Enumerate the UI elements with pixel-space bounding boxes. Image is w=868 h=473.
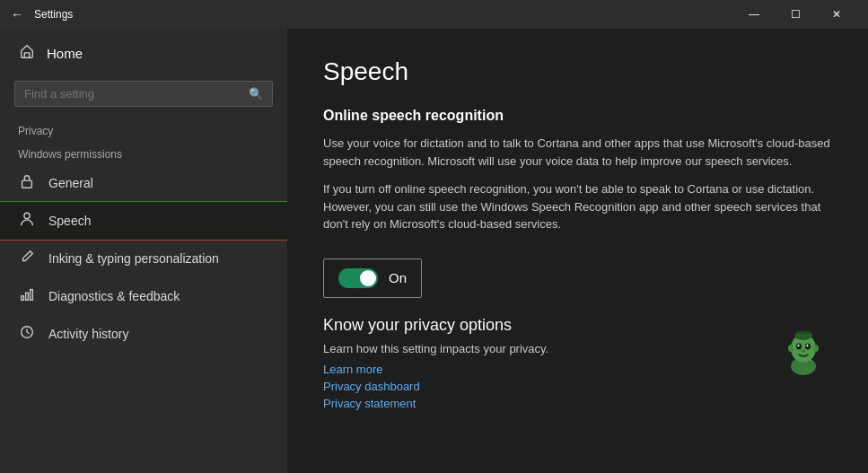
svg-point-14	[802, 349, 805, 352]
sidebar-item-home[interactable]: Home	[0, 29, 287, 77]
speech-label: Speech	[48, 214, 91, 228]
person-icon	[18, 211, 36, 231]
privacy-statement-link[interactable]: Privacy statement	[323, 397, 548, 410]
chart-icon	[18, 286, 36, 306]
sidebar-item-inking[interactable]: Inking & typing personalization	[0, 240, 287, 277]
minimize-button[interactable]: —	[733, 0, 775, 29]
diagnostics-label: Diagnostics & feedback	[48, 289, 180, 303]
speech-desc-1: Use your voice for dictation and to talk…	[323, 135, 832, 170]
speech-desc-2: If you turn off online speech recognitio…	[323, 180, 832, 233]
window-controls: — ☐ ✕	[733, 0, 857, 29]
learn-more-link[interactable]: Learn more	[323, 363, 548, 376]
privacy-links: Learn more Privacy dashboard Privacy sta…	[323, 363, 548, 414]
online-speech-title: Online speech recognition	[323, 108, 832, 124]
toggle-label: On	[389, 270, 407, 285]
svg-point-15	[788, 345, 793, 352]
svg-point-1	[24, 213, 30, 218]
cortana-mascot	[775, 316, 832, 384]
maximize-button[interactable]: ☐	[775, 0, 816, 29]
sidebar-item-diagnostics[interactable]: Diagnostics & feedback	[0, 277, 287, 315]
activity-label: Activity history	[48, 327, 128, 341]
svg-point-12	[798, 344, 800, 346]
privacy-options-text: Know your privacy options Learn how this…	[323, 316, 548, 414]
privacy-options-desc: Learn how this setting impacts your priv…	[323, 342, 548, 355]
toggle-row[interactable]: On	[323, 258, 422, 298]
search-box[interactable]: 🔍	[14, 81, 273, 107]
main-layout: Home 🔍 Privacy Windows permissions Gener…	[0, 29, 868, 473]
speech-toggle[interactable]	[338, 268, 378, 288]
privacy-dashboard-link[interactable]: Privacy dashboard	[323, 380, 548, 393]
privacy-options-title: Know your privacy options	[323, 316, 548, 335]
svg-rect-0	[22, 180, 32, 188]
inking-label: Inking & typing personalization	[48, 251, 219, 266]
back-button[interactable]: ←	[11, 7, 23, 22]
home-label: Home	[47, 46, 83, 61]
privacy-options-section: Know your privacy options Learn how this…	[323, 316, 832, 414]
content-area: Speech Online speech recognition Use you…	[287, 29, 868, 473]
search-input[interactable]	[24, 87, 249, 101]
svg-rect-17	[796, 331, 811, 334]
svg-point-16	[813, 345, 819, 352]
windows-permissions-label: Windows permissions	[0, 141, 287, 164]
sidebar-item-general[interactable]: General	[0, 164, 287, 202]
home-icon	[18, 43, 36, 63]
search-icon: 🔍	[249, 87, 263, 101]
close-button[interactable]: ✕	[816, 0, 857, 29]
sidebar-item-speech[interactable]: Speech	[0, 202, 287, 240]
general-label: General	[48, 176, 93, 190]
svg-point-13	[807, 344, 809, 346]
sidebar-item-activity[interactable]: Activity history	[0, 315, 287, 353]
lock-icon	[18, 173, 36, 193]
pen-icon	[18, 249, 36, 268]
clock-icon	[18, 324, 36, 344]
title-bar: ← Settings — ☐ ✕	[0, 0, 868, 29]
svg-rect-4	[31, 290, 33, 301]
svg-rect-3	[26, 293, 29, 300]
svg-rect-2	[22, 296, 24, 301]
sidebar: Home 🔍 Privacy Windows permissions Gener…	[0, 29, 287, 473]
privacy-section-label: Privacy	[0, 118, 287, 141]
page-title: Speech	[323, 57, 832, 86]
app-title: Settings	[34, 8, 733, 21]
